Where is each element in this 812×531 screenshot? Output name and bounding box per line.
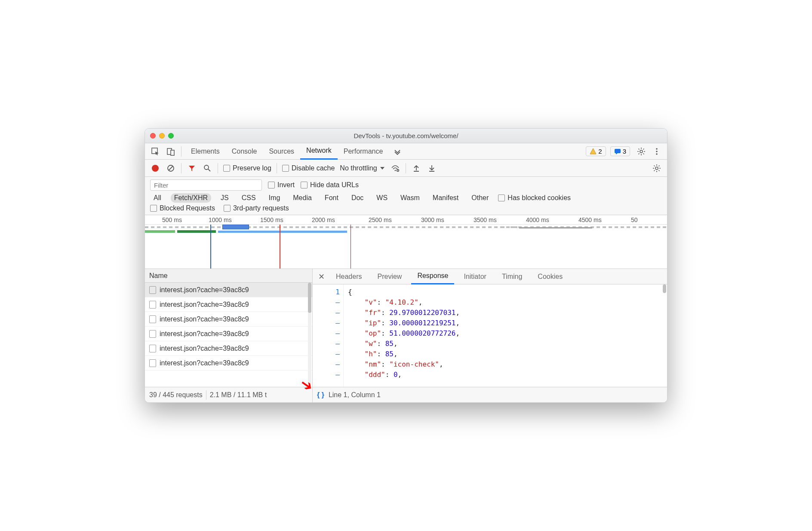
svg-rect-2: [171, 150, 174, 155]
devtools-window: DevTools - tv.youtube.com/welcome/ Eleme…: [145, 128, 667, 403]
messages-badge[interactable]: 3: [610, 146, 630, 156]
network-gear-icon[interactable]: [652, 163, 662, 173]
warnings-badge[interactable]: 2: [586, 146, 606, 156]
dtab-preview[interactable]: Preview: [371, 269, 408, 284]
upload-har-icon[interactable]: [411, 163, 421, 173]
clear-icon[interactable]: [166, 163, 176, 173]
status-right: ➔ { } Line 1, Column 1: [313, 387, 667, 402]
dtab-initiator[interactable]: Initiator: [458, 269, 492, 284]
close-detail-icon[interactable]: ✕: [316, 272, 326, 282]
message-icon: [614, 148, 621, 155]
tick: 2000 ms: [312, 216, 369, 223]
tab-console[interactable]: Console: [226, 143, 263, 160]
filter-media[interactable]: Media: [289, 193, 315, 203]
tab-performance[interactable]: Performance: [338, 143, 389, 160]
filter-img[interactable]: Img: [265, 193, 284, 203]
filter-fetchxhr[interactable]: Fetch/XHR: [171, 193, 211, 203]
timeline-ruler: 500 ms 1000 ms 1500 ms 2000 ms 2500 ms 3…: [145, 215, 667, 225]
filter-icon[interactable]: [187, 163, 197, 173]
svg-point-7: [656, 153, 658, 155]
filter-ws[interactable]: WS: [373, 193, 391, 203]
divider: [218, 163, 218, 173]
filter-css[interactable]: CSS: [238, 193, 259, 203]
scrollbar-thumb[interactable]: [663, 284, 666, 293]
disable-cache-label: Disable cache: [292, 164, 335, 172]
response-body[interactable]: 1 – – – – – – – – { "v": "4.10.2", "fr":…: [313, 284, 667, 387]
divider: [406, 163, 406, 173]
file-icon: [149, 301, 156, 309]
tab-elements[interactable]: Elements: [185, 143, 226, 160]
has-blocked-cookies-checkbox[interactable]: Has blocked cookies: [498, 194, 571, 202]
file-icon: [149, 330, 156, 338]
search-icon[interactable]: [202, 163, 212, 173]
throttling-select[interactable]: No throttling: [340, 164, 384, 172]
record-button[interactable]: [150, 163, 160, 173]
more-tabs-icon[interactable]: [391, 145, 404, 158]
fold-icon[interactable]: –: [316, 339, 340, 349]
preserve-log-checkbox[interactable]: Preserve log: [223, 164, 271, 172]
line-number: 1: [316, 287, 340, 297]
fold-icon[interactable]: –: [316, 297, 340, 308]
timeline-selection[interactable]: [222, 225, 249, 229]
device-toolbar-icon[interactable]: [164, 145, 178, 158]
fold-icon[interactable]: –: [316, 370, 340, 380]
filter-all[interactable]: All: [150, 193, 165, 203]
filter-manifest[interactable]: Manifest: [429, 193, 462, 203]
svg-point-5: [656, 148, 658, 150]
request-row[interactable]: interest.json?cache=39ac8c9: [145, 312, 312, 327]
gutter: 1 – – – – – – – –: [313, 284, 344, 387]
request-row[interactable]: interest.json?cache=39ac8c9: [145, 297, 312, 312]
fold-icon[interactable]: –: [316, 308, 340, 318]
filter-other[interactable]: Other: [468, 193, 492, 203]
hide-data-urls-checkbox[interactable]: Hide data URLs: [301, 181, 359, 189]
invert-checkbox[interactable]: Invert: [268, 181, 295, 189]
filter-input[interactable]: [150, 179, 262, 191]
fold-icon[interactable]: –: [316, 318, 340, 328]
filter-js[interactable]: JS: [217, 193, 232, 203]
messages-count: 3: [623, 148, 626, 155]
dtab-response[interactable]: Response: [411, 269, 454, 284]
filter-font[interactable]: Font: [321, 193, 342, 203]
timeline-graph[interactable]: [145, 225, 667, 269]
request-name: interest.json?cache=39ac8c9: [160, 286, 249, 294]
fold-icon[interactable]: –: [316, 349, 340, 359]
request-row[interactable]: interest.json?cache=39ac8c9: [145, 283, 312, 297]
timeline-bar: [502, 226, 519, 228]
dtab-headers[interactable]: Headers: [330, 269, 368, 284]
detail-pane: ✕ Headers Preview Response Initiator Tim…: [313, 269, 667, 387]
disable-cache-checkbox[interactable]: Disable cache: [282, 164, 335, 172]
file-icon: [149, 359, 156, 367]
timeline-marker: [280, 225, 280, 269]
request-row[interactable]: interest.json?cache=39ac8c9: [145, 327, 312, 341]
timeline-marker: [210, 225, 211, 269]
transferred-size: 2.1 MB / 11.1 MB t: [210, 391, 267, 399]
dtab-cookies[interactable]: Cookies: [532, 269, 569, 284]
has-blocked-cookies-label: Has blocked cookies: [508, 194, 571, 202]
filter-doc[interactable]: Doc: [348, 193, 367, 203]
tick: 3000 ms: [421, 216, 474, 223]
gear-icon[interactable]: [634, 145, 648, 158]
name-column-header[interactable]: Name: [145, 269, 312, 283]
scrollbar-thumb[interactable]: [308, 283, 311, 313]
file-icon: [149, 315, 156, 323]
download-har-icon[interactable]: [427, 163, 437, 173]
scrollbar[interactable]: [308, 283, 311, 387]
tab-sources[interactable]: Sources: [263, 143, 300, 160]
blocked-requests-checkbox[interactable]: Blocked Requests: [150, 204, 215, 212]
pretty-print-button[interactable]: { }: [317, 391, 324, 399]
network-conditions-icon[interactable]: [390, 163, 400, 173]
request-row[interactable]: interest.json?cache=39ac8c9: [145, 341, 312, 356]
inspect-element-icon[interactable]: [148, 145, 162, 158]
request-row[interactable]: interest.json?cache=39ac8c9: [145, 356, 312, 370]
svg-line-11: [208, 169, 210, 171]
titlebar: DevTools - tv.youtube.com/welcome/: [145, 129, 667, 143]
tab-network[interactable]: Network: [300, 143, 338, 160]
kebab-menu-icon[interactable]: [650, 145, 664, 158]
fold-icon[interactable]: –: [316, 328, 340, 339]
fold-icon[interactable]: –: [316, 359, 340, 370]
dtab-timing[interactable]: Timing: [496, 269, 528, 284]
third-party-checkbox[interactable]: 3rd-party requests: [224, 204, 289, 212]
timeline[interactable]: 500 ms 1000 ms 1500 ms 2000 ms 2500 ms 3…: [145, 215, 667, 269]
svg-point-4: [640, 150, 643, 153]
filter-wasm[interactable]: Wasm: [397, 193, 423, 203]
